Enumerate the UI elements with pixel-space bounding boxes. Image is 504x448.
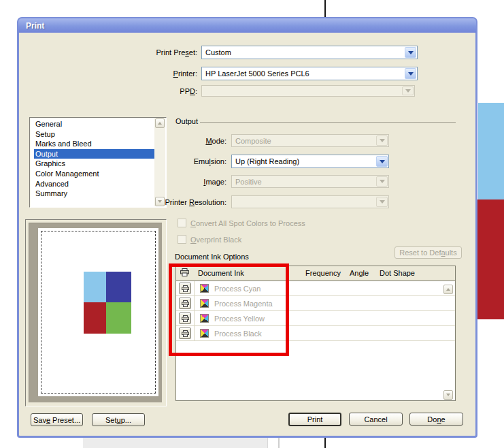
scroll-up-icon[interactable] (155, 118, 165, 128)
column-angle: Angle (350, 269, 369, 277)
chevron-down-icon[interactable] (405, 47, 416, 58)
chevron-down-icon (376, 135, 388, 146)
preview-swatch-bottom-left (84, 302, 106, 334)
printer-value: HP LaserJet 5000 Series PCL6 (205, 69, 309, 78)
print-preset-select[interactable]: Custom (201, 46, 418, 59)
mode-value: Composite (235, 137, 271, 145)
save-preset-button[interactable]: Save Preset... (31, 413, 83, 426)
emulsion-value: Up (Right Reading) (235, 157, 299, 165)
dialog-titlebar[interactable]: Print (18, 18, 476, 33)
print-preset-value: Custom (205, 48, 231, 57)
printer-label: Printer: (95, 69, 197, 78)
backdrop-blue-swatch (478, 103, 504, 199)
print-button[interactable]: Print (288, 413, 341, 426)
print-preset-label: Print Preset: (95, 48, 197, 57)
emulsion-label: Emulsion: (111, 157, 226, 165)
screen: Print Print Preset: Custom Printer: HP L… (0, 0, 504, 448)
preview-swatch-top-right (106, 272, 131, 302)
preview-swatch-top-left (84, 272, 106, 302)
preview-swatch-bottom-right (106, 302, 131, 334)
backdrop-frame-edge (278, 438, 280, 448)
page-guide-top (324, 0, 326, 17)
chevron-down-icon[interactable] (376, 156, 388, 167)
cancel-button[interactable]: Cancel (349, 413, 403, 426)
chevron-down-icon (376, 197, 388, 207)
overprint-black-checkbox (178, 235, 186, 244)
annotation-highlight-box (169, 263, 289, 356)
preview-page (38, 228, 158, 396)
chevron-down-icon[interactable] (405, 68, 416, 79)
output-heading: Output (175, 117, 198, 125)
convert-spot-colors-checkbox (178, 219, 186, 227)
convert-spot-colors-label: Convert All Spot Colors to Process (190, 219, 305, 227)
sidebar-item-general[interactable]: General (34, 119, 154, 129)
scroll-down-icon[interactable] (443, 390, 453, 400)
done-button[interactable]: Done (409, 413, 463, 426)
page-preview-panel (25, 219, 167, 406)
chevron-down-icon (402, 86, 414, 95)
image-label: Image: (111, 178, 226, 186)
preview-pasteboard (29, 223, 162, 402)
overprint-black-label: Overprint Black (190, 236, 241, 244)
column-frequency: Frequency (305, 269, 341, 277)
printer-resolution-select (231, 195, 389, 208)
page-guide-bottom (324, 438, 326, 448)
chevron-down-icon (376, 176, 388, 187)
mode-select: Composite (231, 134, 389, 147)
backdrop-red-swatch (477, 199, 504, 319)
column-dot-shape: Dot Shape (380, 269, 415, 277)
printer-resolution-label: Printer Resolution: (111, 198, 226, 206)
scroll-up-icon[interactable] (443, 285, 453, 294)
ppd-label: PPD: (95, 87, 197, 95)
reset-to-defaults-button: Reset to Defaults (394, 246, 462, 259)
image-select: Positive (231, 175, 389, 188)
emulsion-select[interactable]: Up (Right Reading) (231, 155, 389, 168)
section-divider (200, 122, 456, 123)
dialog-title: Print (26, 21, 44, 31)
ppd-select (201, 85, 415, 97)
image-value: Positive (235, 178, 262, 186)
printer-select[interactable]: HP LaserJet 5000 Series PCL6 (201, 67, 418, 80)
backdrop-text-frame (83, 438, 268, 448)
ink-options-heading: Document Ink Options (175, 253, 249, 261)
sidebar-item-summary[interactable]: Summary (34, 189, 154, 199)
setup-button[interactable]: Setup... (92, 413, 145, 426)
mode-label: Mode: (111, 137, 226, 145)
